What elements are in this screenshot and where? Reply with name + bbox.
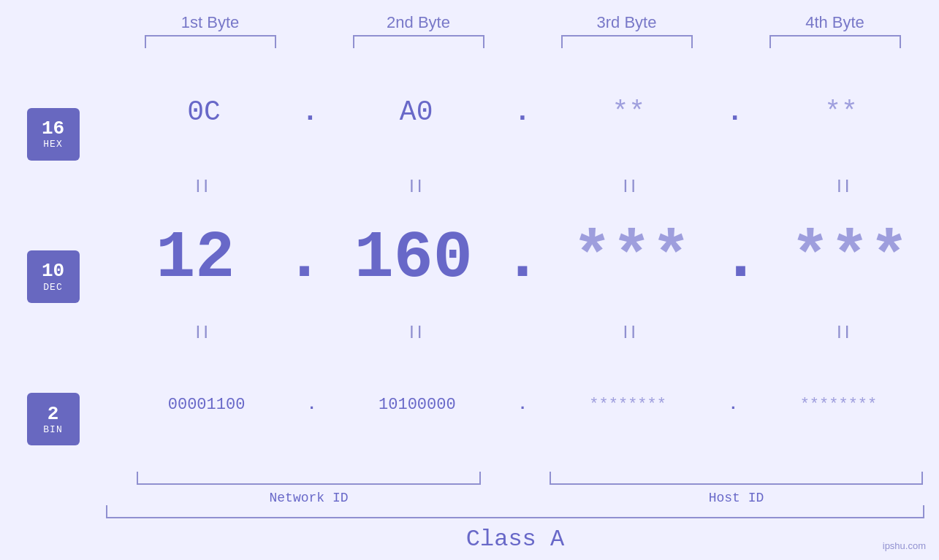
dec-byte1-value: 12 (156, 221, 235, 296)
bin-byte1-cell: 00001100 (106, 396, 307, 414)
bracket-cell-3 (522, 35, 731, 48)
bottom-bracket-host (550, 472, 923, 485)
top-bracket-2 (353, 35, 484, 48)
dec-byte3-cell: *** (542, 221, 721, 296)
bin-badge-number: 2 (47, 404, 59, 425)
hex-byte2-value: A0 (400, 96, 433, 128)
class-label: Class A (106, 526, 924, 553)
bin-badge-label: BIN (43, 424, 62, 435)
dec-byte1-cell: 12 (106, 221, 284, 296)
bin-byte2-value: 10100000 (379, 396, 456, 414)
bin-byte2-cell: 10100000 (316, 396, 517, 414)
hex-byte2-cell: A0 (319, 96, 514, 128)
bin-byte3-value: ******** (589, 396, 666, 414)
content-area: 16 HEX 10 DEC 2 BIN 0C . A0 (0, 48, 939, 505)
host-id-label: Host ID (709, 491, 764, 505)
equals-separator-1: || || || || (106, 176, 939, 195)
hex-dot1: . (302, 96, 319, 128)
dec-byte2-cell: 160 (324, 221, 503, 296)
eq1-cell3: || (533, 178, 726, 193)
bin-byte4-value: ******** (800, 396, 878, 414)
watermark: ipshu.com (883, 540, 926, 551)
bracket-cell-2 (314, 35, 522, 48)
bottom-bracket-network (137, 472, 482, 485)
hex-byte3-cell: ** (531, 96, 726, 128)
hex-byte1-cell: 0C (106, 96, 302, 128)
equals-separator-2: || || || || (106, 322, 939, 341)
bin-dot1: . (307, 396, 316, 414)
bin-dot2: . (517, 396, 527, 414)
bin-row: 00001100 . 10100000 . ******** . *******… (106, 341, 939, 469)
full-bottom-section: Class A (0, 505, 939, 560)
dec-dot2: . (503, 221, 542, 296)
eq1-cell4: || (748, 178, 940, 193)
eq2-cell4: || (748, 324, 940, 339)
dec-badge-label: DEC (43, 282, 62, 293)
top-brackets-row (0, 35, 939, 48)
top-bracket-4 (769, 35, 901, 48)
hex-badge-number: 16 (42, 118, 64, 139)
bin-byte4-cell: ******** (738, 396, 939, 414)
hex-badge-label: HEX (43, 139, 62, 150)
eq2-cell1: || (106, 324, 298, 339)
dec-byte4-cell: *** (761, 221, 939, 296)
bin-byte3-cell: ******** (528, 396, 729, 414)
eq2-cell2: || (320, 324, 512, 339)
dec-badge-number: 10 (42, 261, 64, 282)
dec-dot1: . (284, 221, 324, 296)
hex-byte3-value: ** (612, 96, 646, 128)
left-badges: 16 HEX 10 DEC 2 BIN (0, 48, 106, 505)
bin-badge: 2 BIN (27, 393, 80, 445)
dec-byte3-value: *** (572, 221, 691, 296)
grid-area: 0C . A0 . ** . ** || || (106, 48, 939, 505)
bin-byte1-value: 00001100 (168, 396, 246, 414)
eq1-cell2: || (320, 178, 512, 193)
hex-byte4-value: ** (824, 96, 858, 128)
bracket-cell-4 (731, 35, 939, 48)
bracket-cell-1 (106, 35, 314, 48)
hex-dot2: . (514, 96, 531, 128)
network-id-label: Network ID (269, 491, 348, 505)
eq1-cell1: || (106, 178, 298, 193)
hex-dot3: . (726, 96, 743, 128)
full-bottom-bracket (106, 505, 924, 518)
hex-badge: 16 HEX (27, 108, 80, 161)
hex-row: 0C . A0 . ** . ** (106, 48, 939, 176)
byte4-header: 4th Byte (731, 13, 939, 32)
eq2-cell3: || (533, 324, 726, 339)
dec-byte4-value: *** (791, 221, 909, 296)
top-bracket-3 (561, 35, 693, 48)
dec-row: 12 . 160 . *** . *** (106, 195, 939, 323)
hex-byte1-value: 0C (187, 96, 221, 128)
byte1-header: 1st Byte (106, 13, 314, 32)
byte2-header: 2nd Byte (314, 13, 522, 32)
byte-headers: 1st Byte 2nd Byte 3rd Byte 4th Byte (0, 13, 939, 32)
dec-badge: 10 DEC (27, 250, 80, 303)
main-container: 1st Byte 2nd Byte 3rd Byte 4th Byte 16 H… (0, 0, 939, 560)
top-bracket-1 (145, 35, 276, 48)
dec-dot3: . (721, 221, 760, 296)
bin-dot3: . (729, 396, 738, 414)
byte3-header: 3rd Byte (522, 13, 731, 32)
hex-byte4-cell: ** (743, 96, 939, 128)
dec-byte2-value: 160 (354, 221, 473, 296)
